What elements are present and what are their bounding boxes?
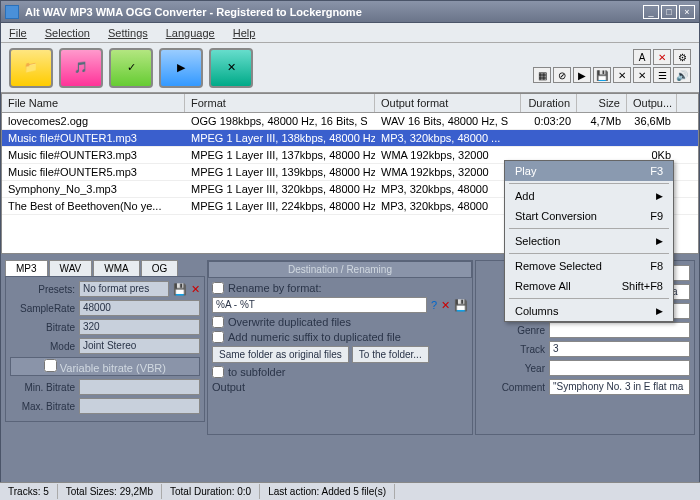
meta-year-label: Year [480, 363, 545, 374]
suffix-check[interactable] [212, 331, 224, 343]
sm-grid-button[interactable]: ▦ [533, 67, 551, 83]
ctx-columns[interactable]: Columns▶ [505, 301, 673, 321]
dest-header: Destination / Renaming [208, 261, 472, 278]
menu-help[interactable]: Help [233, 27, 256, 39]
meta-year-field[interactable] [549, 360, 690, 376]
cell-duration: 0:03:20 [521, 113, 577, 129]
samplerate-select[interactable]: 48000 [79, 300, 200, 316]
output-field[interactable]: Output [212, 381, 468, 393]
cell-name: Music file#OUNTER3.mp3 [2, 147, 185, 163]
meta-track-field[interactable]: 3 [549, 341, 690, 357]
maximize-button[interactable]: □ [661, 5, 677, 19]
sm-stop-button[interactable]: ⊘ [553, 67, 571, 83]
same-folder-button[interactable]: Same folder as original files [212, 346, 349, 363]
cell-outformat: MP3, 320kbps, 48000 [375, 198, 521, 214]
col-format[interactable]: Format [185, 94, 375, 112]
cell-format: OGG 198kbps, 48000 Hz, 16 Bits, S [185, 113, 375, 129]
cell-name: The Best of Beethoven(No ye... [2, 198, 185, 214]
meta-genre-label: Genre [480, 325, 545, 336]
cell-format: MPEG 1 Layer III, 320kbps, 48000 Hz, JS [185, 181, 375, 197]
status-last: Last action: Added 5 file(s) [260, 484, 395, 499]
status-sizes: Total Sizes: 29,2Mb [58, 484, 162, 499]
sm-settings-button[interactable]: ⚙ [673, 49, 691, 65]
convert-button[interactable]: ▶ [159, 48, 203, 88]
sm-disk-button[interactable]: 💾 [593, 67, 611, 83]
folder-icon: 📁 [24, 61, 38, 74]
cell-name: Symphony_No_3.mp3 [2, 181, 185, 197]
menubar: File Selection Settings Language Help [1, 23, 699, 43]
ctx-selection[interactable]: Selection▶ [505, 231, 673, 251]
sm-delete-button[interactable]: ✕ [653, 49, 671, 65]
sm-x2-button[interactable]: ✕ [633, 67, 651, 83]
to-folder-button[interactable]: To the folder... [352, 346, 429, 363]
options-button[interactable]: ✓ [109, 48, 153, 88]
save2-icon[interactable]: 💾 [454, 299, 468, 312]
delete-icon[interactable]: ✕ [191, 283, 200, 296]
cell-name: Music file#OUNTER1.mp3 [2, 130, 185, 146]
cell-format: MPEG 1 Layer III, 137kbps, 48000 Hz, JS [185, 147, 375, 163]
tab-wav[interactable]: WAV [49, 260, 93, 276]
main-window: Alt WAV MP3 WMA OGG Converter - Register… [0, 0, 700, 500]
meta-comment-field[interactable]: "Symphony No. 3 in E flat ma [549, 379, 690, 395]
tab-wma[interactable]: WMA [93, 260, 139, 276]
overwrite-check[interactable] [212, 316, 224, 328]
cell-format: MPEG 1 Layer III, 139kbps, 48000 Hz, JS [185, 164, 375, 180]
table-row[interactable]: Music file#OUNTER1.mp3MPEG 1 Layer III, … [2, 130, 698, 147]
add-files-button[interactable]: 📁 [9, 48, 53, 88]
bitrate-select[interactable]: 320 [79, 319, 200, 335]
mode-select[interactable]: Joint Stereo [79, 338, 200, 354]
subfolder-check[interactable] [212, 366, 224, 378]
minbr-field[interactable] [79, 379, 200, 395]
tab-og[interactable]: OG [141, 260, 179, 276]
sm-a-button[interactable]: A [633, 49, 651, 65]
minbr-label: Min. Bitrate [10, 382, 75, 393]
col-filename[interactable]: File Name [2, 94, 185, 112]
save-icon[interactable]: 💾 [173, 283, 187, 296]
menu-language[interactable]: Language [166, 27, 215, 39]
ctx-start[interactable]: Start ConversionF9 [505, 206, 673, 226]
meta-genre-field[interactable] [549, 322, 690, 338]
help-icon[interactable]: ? [431, 299, 437, 311]
cell-format: MPEG 1 Layer III, 138kbps, 48000 Hz, JS [185, 130, 375, 146]
format-field[interactable]: %A - %T [212, 297, 427, 313]
music-icon: 🎵 [74, 61, 88, 74]
cell-format: MPEG 1 Layer III, 224kbps, 48000 Hz, JS [185, 198, 375, 214]
presets-select[interactable]: No format pres [79, 281, 169, 297]
clear-button[interactable]: ✕ [209, 48, 253, 88]
meta-comment-label: Comment [480, 382, 545, 393]
cell-outformat: MP3, 320kbps, 48000 [375, 181, 521, 197]
arrow-icon: ▶ [177, 61, 185, 74]
status-duration: Total Duration: 0:0 [162, 484, 260, 499]
menu-file[interactable]: File [9, 27, 27, 39]
check-icon: ✓ [127, 61, 136, 74]
sm-play-button[interactable]: ▶ [573, 67, 591, 83]
maxbr-field[interactable] [79, 398, 200, 414]
rename-check[interactable] [212, 282, 224, 294]
cell-outformat: WAV 16 Bits, 48000 Hz, S [375, 113, 521, 129]
presets-label: Presets: [10, 284, 75, 295]
vbr-check[interactable] [44, 359, 57, 372]
col-outsize[interactable]: Outpu... [627, 94, 677, 112]
sm-sound-button[interactable]: 🔊 [673, 67, 691, 83]
col-duration[interactable]: Duration [521, 94, 577, 112]
minimize-button[interactable]: _ [643, 5, 659, 19]
sm-list-button[interactable]: ☰ [653, 67, 671, 83]
chevron-right-icon: ▶ [656, 236, 663, 246]
menu-selection[interactable]: Selection [45, 27, 90, 39]
tab-mp3[interactable]: MP3 [5, 260, 48, 276]
ctx-remove-all[interactable]: Remove AllShift+F8 [505, 276, 673, 296]
ctx-play[interactable]: PlayF3 [505, 161, 673, 181]
close-button[interactable]: × [679, 5, 695, 19]
col-outformat[interactable]: Output format [375, 94, 521, 112]
table-row[interactable]: lovecomes2.oggOGG 198kbps, 48000 Hz, 16 … [2, 113, 698, 130]
add-music-button[interactable]: 🎵 [59, 48, 103, 88]
menu-settings[interactable]: Settings [108, 27, 148, 39]
meta-track-label: Track [480, 344, 545, 355]
samplerate-label: SampleRate [10, 303, 75, 314]
ctx-add[interactable]: Add▶ [505, 186, 673, 206]
col-size[interactable]: Size [577, 94, 627, 112]
ctx-remove-selected[interactable]: Remove SelectedF8 [505, 256, 673, 276]
toolbar-right: A ✕ ⚙ ▦ ⊘ ▶ 💾 ✕ ✕ ☰ 🔊 [533, 49, 691, 83]
del-icon[interactable]: ✕ [441, 299, 450, 312]
sm-x1-button[interactable]: ✕ [613, 67, 631, 83]
